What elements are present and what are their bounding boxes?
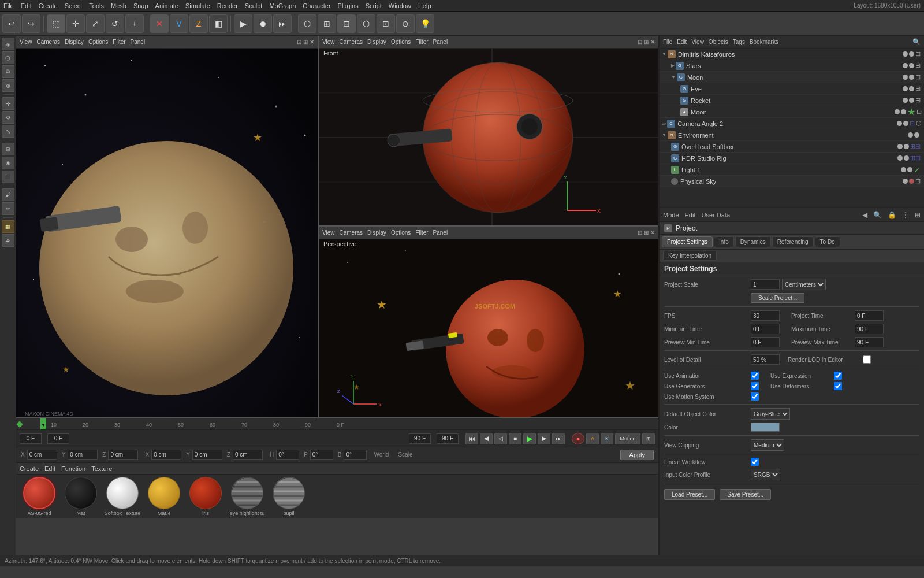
tab-project-settings[interactable]: Project Settings	[662, 236, 713, 247]
tab-info[interactable]: Info	[714, 236, 734, 247]
om-tags[interactable]: Tags	[733, 39, 745, 45]
tc-auto[interactable]: A	[586, 433, 599, 444]
front-btn[interactable]: ⬡	[357, 14, 375, 33]
coord-p-field[interactable]	[310, 450, 333, 460]
coord-b-field[interactable]	[344, 450, 367, 460]
vp-cameras-btn[interactable]: Cameras	[340, 229, 363, 236]
coord-y2-field[interactable]	[192, 450, 222, 460]
persp-btn[interactable]: ⬡	[298, 14, 316, 33]
vp-max[interactable]: ⊡ ⊞ ✕	[638, 229, 655, 236]
mat-item-6[interactable]: eye highlight tu	[228, 477, 267, 516]
om-dot2-softbox[interactable]	[904, 144, 909, 149]
om-item-sky[interactable]: Physical Sky ⊞	[660, 176, 924, 187]
cb-use-expr[interactable]	[834, 372, 842, 380]
play-btn[interactable]: ▶	[234, 14, 252, 33]
om-dot2-moon[interactable]	[909, 75, 914, 80]
field-lod[interactable]	[751, 354, 780, 365]
vf-view[interactable]: View	[322, 39, 335, 45]
tc-play-back[interactable]: ◁	[494, 433, 507, 444]
frame-fps-field[interactable]	[437, 433, 459, 444]
top-btn[interactable]: ⊞	[318, 14, 336, 33]
tc-prev-frame[interactable]: ◀	[480, 433, 493, 444]
coord-h-field[interactable]	[276, 450, 299, 460]
frame-end-field[interactable]	[409, 433, 431, 444]
vp-view-btn[interactable]: View	[20, 39, 32, 45]
om-dot2-1[interactable]	[909, 51, 914, 57]
z-btn[interactable]: Z	[189, 14, 208, 33]
menu-plugins[interactable]: Plugins	[338, 2, 359, 9]
vf-cameras[interactable]: Cameras	[340, 39, 363, 45]
mat-item-2[interactable]: Mat	[61, 477, 100, 516]
om-item-dimitris[interactable]: ▼ N Dimitris Katsafouros ⊞	[660, 49, 924, 60]
add-tool[interactable]: +	[125, 14, 144, 33]
front-scene[interactable]: X Y	[319, 49, 658, 225]
menu-character[interactable]: Character	[303, 2, 330, 9]
move-tool[interactable]: ✛	[66, 14, 85, 33]
coord-x2-field[interactable]	[151, 450, 181, 460]
om-objects[interactable]: Objects	[709, 39, 728, 45]
om-dot1-rocket[interactable]	[903, 98, 908, 103]
tab-todo[interactable]: To Do	[815, 236, 840, 247]
coord-y-field[interactable]	[68, 450, 98, 460]
field-preview-min[interactable]	[751, 337, 780, 347]
next-frame[interactable]: ⏭	[273, 14, 292, 33]
om-dot2-sky[interactable]	[909, 179, 914, 184]
vf-options[interactable]: Options	[391, 39, 411, 45]
attr-search[interactable]: 🔍	[873, 211, 882, 219]
vp-display-btn[interactable]: Display	[367, 229, 386, 236]
select-tool[interactable]: ⬚	[47, 14, 65, 33]
om-dot1-hdr[interactable]	[897, 155, 903, 161]
mat-create[interactable]: Create	[20, 465, 39, 472]
om-dot1-moon[interactable]	[903, 75, 908, 80]
tc-to-end[interactable]: ⏭	[552, 433, 565, 444]
menu-render[interactable]: Render	[217, 2, 238, 9]
menu-file[interactable]: File	[3, 2, 14, 9]
frame-start-field[interactable]	[20, 433, 42, 444]
scale-project-button[interactable]: Scale Project...	[751, 293, 804, 303]
vf-panel[interactable]: Panel	[433, 39, 448, 45]
om-dot2-moonmat[interactable]	[901, 109, 906, 114]
om-expand-env[interactable]: ▼	[662, 132, 666, 138]
om-dot2-rocket[interactable]	[909, 98, 914, 103]
menu-mograph[interactable]: MoGraph	[269, 2, 296, 9]
vp-view-btn[interactable]: View	[322, 229, 335, 236]
rotate-tool[interactable]: ↺	[106, 14, 124, 33]
lt-tex[interactable]: ⬛	[2, 171, 14, 183]
4view-btn[interactable]: ⊟	[337, 14, 356, 33]
vp-maximize[interactable]: ⊡ ⊞ ✕	[297, 39, 314, 45]
attr-more[interactable]: ⋮	[902, 211, 909, 219]
vp-panel-btn[interactable]: Panel	[131, 39, 146, 45]
undo-button[interactable]: ↩	[2, 14, 21, 33]
om-dot1-sky[interactable]	[903, 179, 908, 184]
om-dot1-light1[interactable]	[901, 167, 906, 172]
tab-dynamics[interactable]: Dynamics	[735, 236, 771, 247]
user-data-label[interactable]: User Data	[702, 212, 731, 218]
om-view[interactable]: View	[691, 39, 704, 45]
color-swatch[interactable]	[751, 423, 780, 432]
om-item-moon[interactable]: ▼ G Moon ⊞	[660, 72, 924, 83]
tc-extra[interactable]: ⊞	[642, 433, 655, 444]
vf-display[interactable]: Display	[367, 39, 386, 45]
om-edit[interactable]: Edit	[677, 39, 687, 45]
om-dot2-camera[interactable]	[903, 121, 908, 126]
lt-point[interactable]: ⊕	[2, 79, 14, 92]
model-btn[interactable]: ◧	[209, 14, 228, 33]
cb-use-gen[interactable]	[751, 382, 759, 390]
mat-item-4[interactable]: Mat.4	[144, 477, 184, 516]
om-dot1-1[interactable]	[903, 51, 908, 57]
edit-label[interactable]: Edit	[685, 212, 696, 218]
lt-new[interactable]: ◈	[2, 38, 14, 50]
menu-sculpt[interactable]: Sculpt	[245, 2, 263, 9]
field-min-time[interactable]	[751, 324, 780, 334]
field-project-scale[interactable]	[751, 279, 780, 290]
om-dot1-moonmat[interactable]	[895, 109, 900, 114]
cb-use-anim[interactable]	[751, 372, 759, 380]
tc-to-start[interactable]: ⏮	[465, 433, 478, 444]
vp-options-btn[interactable]: Options	[391, 229, 411, 236]
cb-linear[interactable]	[751, 458, 759, 466]
vp-cameras-btn[interactable]: Cameras	[37, 39, 61, 45]
om-dot1-stars[interactable]	[903, 63, 908, 68]
om-expand-moon[interactable]: ▼	[671, 75, 676, 80]
cb-render-lod[interactable]	[863, 355, 871, 364]
om-item-eye[interactable]: G Eye ⊞	[660, 83, 924, 95]
